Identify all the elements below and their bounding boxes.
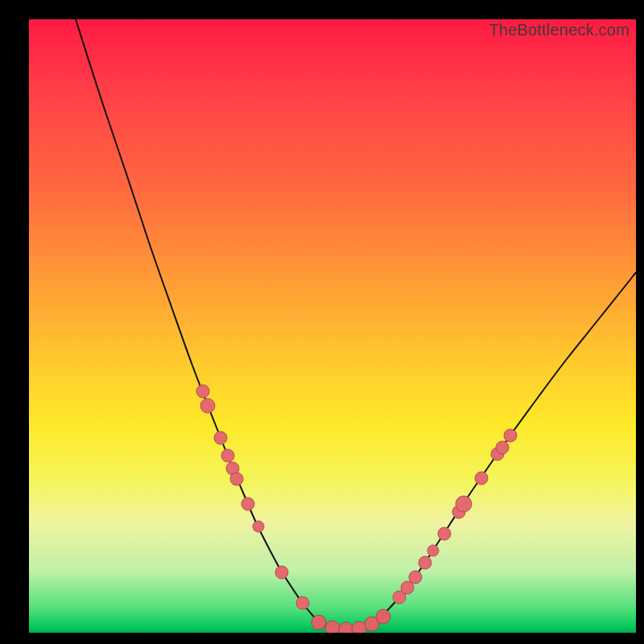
chart-bead: [419, 556, 431, 569]
chart-bead: [296, 597, 309, 609]
chart-bead: [376, 609, 390, 624]
chart-bead: [427, 545, 439, 556]
chart-bead: [221, 449, 234, 462]
chart-bead: [312, 615, 326, 630]
chart-bead: [242, 497, 254, 510]
chart-bead: [496, 441, 509, 454]
chart-bead: [230, 473, 243, 485]
chart-bead: [409, 571, 422, 584]
chart-bead: [325, 621, 340, 633]
chart-bead: [352, 621, 366, 633]
chart-bead: [456, 496, 472, 512]
chart-bead: [475, 472, 488, 485]
plot-area: TheBottleneck.com: [29, 19, 636, 633]
chart-bead: [253, 521, 264, 532]
chart-bead: [438, 527, 451, 540]
chart-frame: TheBottleneck.com: [0, 0, 644, 644]
left-curve: [76, 19, 345, 630]
chart-bead: [214, 431, 227, 444]
chart-bead: [275, 566, 288, 579]
chart-beads: [196, 385, 517, 633]
chart-bead: [200, 398, 215, 413]
chart-bead: [504, 429, 517, 442]
right-curve: [345, 272, 636, 630]
chart-bead: [339, 622, 353, 633]
chart-svg: [29, 19, 636, 633]
chart-bead: [196, 385, 209, 398]
chart-bead: [401, 581, 414, 594]
